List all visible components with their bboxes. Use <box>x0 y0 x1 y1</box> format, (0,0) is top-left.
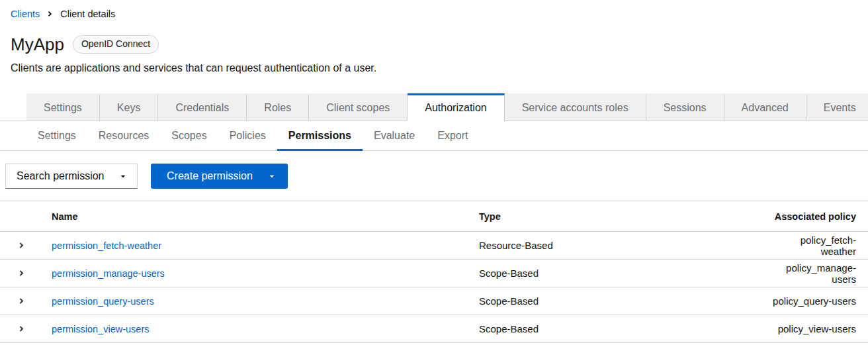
angle-right-icon <box>19 325 24 335</box>
associated-policy: policy_view-users <box>758 315 868 343</box>
subtab-settings[interactable]: Settings <box>26 121 87 150</box>
tab-events[interactable]: Events <box>806 93 868 121</box>
caret-down-icon <box>120 173 126 179</box>
name-column-header: Name <box>42 201 470 232</box>
authorization-sub-tab-bar: Settings Resources Scopes Policies Permi… <box>0 121 868 151</box>
type-column-header: Type <box>470 201 758 232</box>
row-expand-button[interactable] <box>13 238 30 252</box>
angle-right-icon <box>19 270 24 279</box>
search-permission-dropdown-label: Search permission <box>17 170 105 182</box>
search-permission-dropdown[interactable]: Search permission <box>5 164 138 189</box>
page-header: MyApp OpenID Connect <box>0 34 868 55</box>
permission-type: Resource-Based <box>470 232 758 260</box>
permission-name-link[interactable]: permission_query-users <box>52 296 154 307</box>
permissions-toolbar: Search permission Create permission <box>0 151 868 189</box>
angle-right-icon <box>19 242 24 252</box>
permission-type: Scope-Based <box>470 287 758 315</box>
permission-name-link[interactable]: permission_view-users <box>52 324 149 334</box>
row-expand-button[interactable] <box>13 294 30 308</box>
main-tab-bar: Settings Keys Credentials Roles Client s… <box>0 93 868 121</box>
subtab-evaluate[interactable]: Evaluate <box>363 121 426 150</box>
tab-sessions[interactable]: Sessions <box>646 93 724 121</box>
row-expand-button[interactable] <box>13 266 30 280</box>
page-title: MyApp <box>11 34 64 55</box>
permission-name-link[interactable]: permission_manage-users <box>52 268 165 279</box>
breadcrumb-current: Client details <box>60 9 115 19</box>
table-row: permission_manage-users Scope-Based poli… <box>0 260 868 287</box>
create-permission-button[interactable]: Create permission <box>151 164 288 189</box>
client-protocol-badge: OpenID Connect <box>73 35 159 54</box>
angle-right-icon <box>19 297 24 307</box>
tab-service-accounts-roles[interactable]: Service accounts roles <box>505 93 646 121</box>
subtab-permissions[interactable]: Permissions <box>277 121 363 150</box>
subtab-policies[interactable]: Policies <box>218 121 277 150</box>
table-row: permission_fetch-weather Resource-Based … <box>0 232 868 260</box>
create-permission-button-label: Create permission <box>167 170 253 182</box>
associated-policy: policy_query-users <box>758 287 868 315</box>
row-expand-button[interactable] <box>13 322 30 336</box>
permission-type: Scope-Based <box>470 315 758 343</box>
caret-down-icon <box>269 173 275 179</box>
tab-credentials[interactable]: Credentials <box>158 93 247 121</box>
breadcrumb-divider-icon <box>47 10 53 18</box>
tab-keys[interactable]: Keys <box>100 93 159 121</box>
table-row: permission_view-users Scope-Based policy… <box>0 315 868 343</box>
tab-roles[interactable]: Roles <box>247 93 309 121</box>
expand-column-header <box>0 201 42 232</box>
tab-settings[interactable]: Settings <box>26 93 100 121</box>
breadcrumb: Clients Client details <box>0 0 868 19</box>
subtab-scopes[interactable]: Scopes <box>160 121 218 150</box>
associated-policy-column-header: Associated policy <box>758 201 868 232</box>
subtab-export[interactable]: Export <box>426 121 479 150</box>
breadcrumb-clients-link[interactable]: Clients <box>11 9 40 19</box>
subtab-resources[interactable]: Resources <box>87 121 160 150</box>
tab-authorization[interactable]: Authorization <box>408 93 504 121</box>
associated-policy: policy_fetch-weather <box>758 232 868 260</box>
tab-advanced[interactable]: Advanced <box>724 93 806 121</box>
table-header-row: Name Type Associated policy <box>0 201 868 232</box>
permissions-table: Name Type Associated policy permission_f… <box>0 201 868 343</box>
associated-policy: policy_manage-users <box>758 260 868 287</box>
tab-client-scopes[interactable]: Client scopes <box>309 93 408 121</box>
permission-name-link[interactable]: permission_fetch-weather <box>52 240 161 251</box>
page-description: Clients are applications and services th… <box>0 62 868 75</box>
table-row: permission_query-users Scope-Based polic… <box>0 287 868 315</box>
permission-type: Scope-Based <box>470 260 758 287</box>
